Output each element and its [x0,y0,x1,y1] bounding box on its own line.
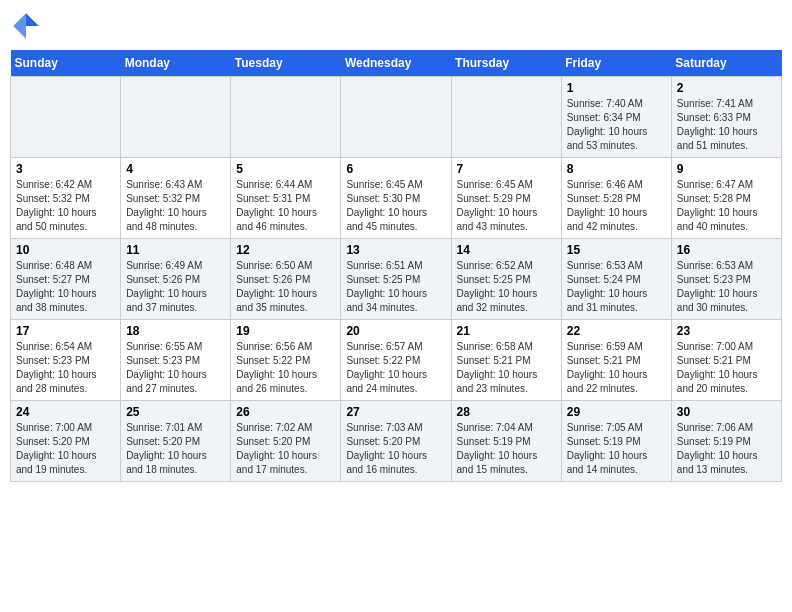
day-detail: Sunrise: 6:47 AM Sunset: 5:28 PM Dayligh… [677,178,776,234]
calendar-week-row: 3Sunrise: 6:42 AM Sunset: 5:32 PM Daylig… [11,158,782,239]
day-number: 9 [677,162,776,176]
day-number: 26 [236,405,335,419]
logo-icon [10,10,42,42]
calendar-cell: 16Sunrise: 6:53 AM Sunset: 5:23 PM Dayli… [671,239,781,320]
calendar-cell [121,77,231,158]
day-number: 25 [126,405,225,419]
day-detail: Sunrise: 6:50 AM Sunset: 5:26 PM Dayligh… [236,259,335,315]
day-number: 13 [346,243,445,257]
day-detail: Sunrise: 7:06 AM Sunset: 5:19 PM Dayligh… [677,421,776,477]
calendar-cell: 7Sunrise: 6:45 AM Sunset: 5:29 PM Daylig… [451,158,561,239]
day-detail: Sunrise: 6:59 AM Sunset: 5:21 PM Dayligh… [567,340,666,396]
calendar-table: SundayMondayTuesdayWednesdayThursdayFrid… [10,50,782,482]
day-detail: Sunrise: 7:00 AM Sunset: 5:20 PM Dayligh… [16,421,115,477]
day-detail: Sunrise: 6:45 AM Sunset: 5:30 PM Dayligh… [346,178,445,234]
calendar-cell: 25Sunrise: 7:01 AM Sunset: 5:20 PM Dayli… [121,401,231,482]
calendar-cell: 12Sunrise: 6:50 AM Sunset: 5:26 PM Dayli… [231,239,341,320]
day-of-week-header: Tuesday [231,50,341,77]
day-detail: Sunrise: 6:51 AM Sunset: 5:25 PM Dayligh… [346,259,445,315]
day-number: 7 [457,162,556,176]
svg-marker-2 [13,26,26,39]
day-number: 23 [677,324,776,338]
day-detail: Sunrise: 6:53 AM Sunset: 5:24 PM Dayligh… [567,259,666,315]
calendar-cell: 2Sunrise: 7:41 AM Sunset: 6:33 PM Daylig… [671,77,781,158]
day-detail: Sunrise: 6:58 AM Sunset: 5:21 PM Dayligh… [457,340,556,396]
calendar-cell: 8Sunrise: 6:46 AM Sunset: 5:28 PM Daylig… [561,158,671,239]
day-number: 1 [567,81,666,95]
calendar-cell [451,77,561,158]
calendar-cell [231,77,341,158]
day-detail: Sunrise: 7:41 AM Sunset: 6:33 PM Dayligh… [677,97,776,153]
calendar-cell: 10Sunrise: 6:48 AM Sunset: 5:27 PM Dayli… [11,239,121,320]
calendar-cell: 26Sunrise: 7:02 AM Sunset: 5:20 PM Dayli… [231,401,341,482]
svg-marker-1 [13,13,26,26]
logo [10,10,46,42]
calendar-cell: 1Sunrise: 7:40 AM Sunset: 6:34 PM Daylig… [561,77,671,158]
day-detail: Sunrise: 7:03 AM Sunset: 5:20 PM Dayligh… [346,421,445,477]
calendar-cell: 18Sunrise: 6:55 AM Sunset: 5:23 PM Dayli… [121,320,231,401]
calendar-header: SundayMondayTuesdayWednesdayThursdayFrid… [11,50,782,77]
calendar-cell: 20Sunrise: 6:57 AM Sunset: 5:22 PM Dayli… [341,320,451,401]
calendar-cell [341,77,451,158]
day-detail: Sunrise: 6:42 AM Sunset: 5:32 PM Dayligh… [16,178,115,234]
day-of-week-header: Thursday [451,50,561,77]
day-number: 3 [16,162,115,176]
day-number: 24 [16,405,115,419]
day-detail: Sunrise: 6:55 AM Sunset: 5:23 PM Dayligh… [126,340,225,396]
day-number: 4 [126,162,225,176]
day-detail: Sunrise: 7:02 AM Sunset: 5:20 PM Dayligh… [236,421,335,477]
calendar-cell: 28Sunrise: 7:04 AM Sunset: 5:19 PM Dayli… [451,401,561,482]
day-detail: Sunrise: 7:05 AM Sunset: 5:19 PM Dayligh… [567,421,666,477]
calendar-cell: 30Sunrise: 7:06 AM Sunset: 5:19 PM Dayli… [671,401,781,482]
day-number: 16 [677,243,776,257]
days-of-week-row: SundayMondayTuesdayWednesdayThursdayFrid… [11,50,782,77]
day-number: 2 [677,81,776,95]
day-number: 28 [457,405,556,419]
day-detail: Sunrise: 7:04 AM Sunset: 5:19 PM Dayligh… [457,421,556,477]
day-of-week-header: Monday [121,50,231,77]
page-header [10,10,782,42]
calendar-cell: 4Sunrise: 6:43 AM Sunset: 5:32 PM Daylig… [121,158,231,239]
day-detail: Sunrise: 6:52 AM Sunset: 5:25 PM Dayligh… [457,259,556,315]
day-detail: Sunrise: 6:46 AM Sunset: 5:28 PM Dayligh… [567,178,666,234]
calendar-cell: 9Sunrise: 6:47 AM Sunset: 5:28 PM Daylig… [671,158,781,239]
day-detail: Sunrise: 6:44 AM Sunset: 5:31 PM Dayligh… [236,178,335,234]
calendar-week-row: 1Sunrise: 7:40 AM Sunset: 6:34 PM Daylig… [11,77,782,158]
day-detail: Sunrise: 6:43 AM Sunset: 5:32 PM Dayligh… [126,178,225,234]
day-number: 21 [457,324,556,338]
day-number: 30 [677,405,776,419]
day-number: 17 [16,324,115,338]
day-of-week-header: Saturday [671,50,781,77]
calendar-cell: 13Sunrise: 6:51 AM Sunset: 5:25 PM Dayli… [341,239,451,320]
day-number: 22 [567,324,666,338]
calendar-cell: 19Sunrise: 6:56 AM Sunset: 5:22 PM Dayli… [231,320,341,401]
day-number: 18 [126,324,225,338]
calendar-cell [11,77,121,158]
day-detail: Sunrise: 6:54 AM Sunset: 5:23 PM Dayligh… [16,340,115,396]
day-number: 14 [457,243,556,257]
day-number: 6 [346,162,445,176]
day-number: 29 [567,405,666,419]
calendar-cell: 6Sunrise: 6:45 AM Sunset: 5:30 PM Daylig… [341,158,451,239]
calendar-week-row: 24Sunrise: 7:00 AM Sunset: 5:20 PM Dayli… [11,401,782,482]
day-number: 5 [236,162,335,176]
day-of-week-header: Friday [561,50,671,77]
calendar-cell: 23Sunrise: 7:00 AM Sunset: 5:21 PM Dayli… [671,320,781,401]
day-number: 19 [236,324,335,338]
day-detail: Sunrise: 6:56 AM Sunset: 5:22 PM Dayligh… [236,340,335,396]
day-detail: Sunrise: 6:57 AM Sunset: 5:22 PM Dayligh… [346,340,445,396]
day-number: 20 [346,324,445,338]
calendar-cell: 3Sunrise: 6:42 AM Sunset: 5:32 PM Daylig… [11,158,121,239]
day-number: 12 [236,243,335,257]
calendar-cell: 24Sunrise: 7:00 AM Sunset: 5:20 PM Dayli… [11,401,121,482]
calendar-cell: 21Sunrise: 6:58 AM Sunset: 5:21 PM Dayli… [451,320,561,401]
calendar-cell: 5Sunrise: 6:44 AM Sunset: 5:31 PM Daylig… [231,158,341,239]
day-of-week-header: Sunday [11,50,121,77]
day-detail: Sunrise: 6:49 AM Sunset: 5:26 PM Dayligh… [126,259,225,315]
day-number: 15 [567,243,666,257]
day-number: 8 [567,162,666,176]
calendar-week-row: 17Sunrise: 6:54 AM Sunset: 5:23 PM Dayli… [11,320,782,401]
day-detail: Sunrise: 7:01 AM Sunset: 5:20 PM Dayligh… [126,421,225,477]
calendar-cell: 11Sunrise: 6:49 AM Sunset: 5:26 PM Dayli… [121,239,231,320]
calendar-cell: 17Sunrise: 6:54 AM Sunset: 5:23 PM Dayli… [11,320,121,401]
